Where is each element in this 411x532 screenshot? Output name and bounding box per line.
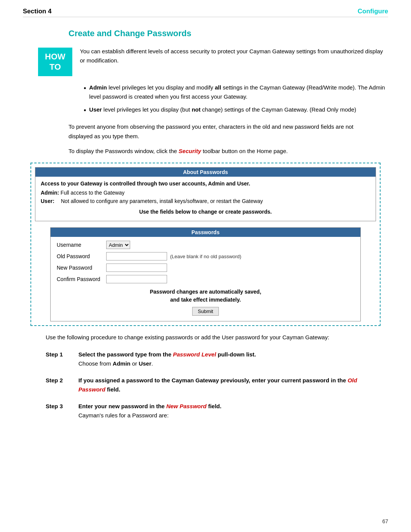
step-2-label: Step 2 <box>46 376 72 394</box>
bullet-section: • Admin level privileges let you display… <box>84 83 388 115</box>
bullet-dot-1: • <box>84 84 86 101</box>
use-fields-text: Use the fields below to change or create… <box>41 209 370 215</box>
about-passwords-body: Access to your Gateway is controlled thr… <box>35 177 376 221</box>
confirm-password-row: Confirm Password <box>57 275 354 283</box>
passwords-panel-header: Passwords <box>51 228 360 237</box>
old-password-label: Old Password <box>57 253 106 259</box>
passwords-panel-body: Username Admin User Old Password (Leave … <box>51 237 360 321</box>
step-2-content: If you assigned a password to the Cayman… <box>78 376 373 394</box>
new-password-row: New Password <box>57 264 354 272</box>
page-number: 67 <box>382 518 388 524</box>
passwords-panel: Passwords Username Admin User Old Passwo… <box>50 227 361 321</box>
confirm-password-label: Confirm Password <box>57 276 106 282</box>
username-select[interactable]: Admin User <box>106 241 130 249</box>
username-row: Username Admin User <box>57 241 354 249</box>
old-password-link: Old Password <box>78 377 357 393</box>
intro-section: HOW TO You can establish different level… <box>38 47 388 76</box>
about-passwords-panel: About Passwords Access to your Gateway i… <box>35 167 376 221</box>
old-password-hint: (Leave blank if no old password) <box>170 254 241 259</box>
bullet-text-2: User level privileges let you display (b… <box>89 105 388 115</box>
para-2: To display the Passwords window, click t… <box>68 147 373 156</box>
old-password-input[interactable] <box>106 252 167 260</box>
about-passwords-header: About Passwords <box>35 168 376 177</box>
step-3: Step 3 Enter your new password in the Ne… <box>46 402 373 420</box>
how-to-line2: TO <box>49 62 61 72</box>
para-1: To prevent anyone from observing the pas… <box>68 122 373 141</box>
user-label: User: <box>41 198 58 204</box>
bullet-item-admin: • Admin level privileges let you display… <box>84 83 388 101</box>
old-password-row: Old Password (Leave blank if no old pass… <box>57 252 354 260</box>
pw-note-line1: Password changes are automatically saved… <box>57 288 354 296</box>
new-password-link: New Password <box>166 403 207 409</box>
pw-note: Password changes are automatically saved… <box>57 288 354 304</box>
username-label: Username <box>57 242 106 248</box>
bullet-item-user: • User level privileges let you display … <box>84 105 388 115</box>
password-level-link: Password Level <box>173 351 216 358</box>
page-title: Create and Change Passwords <box>68 29 388 38</box>
new-password-input[interactable] <box>106 264 167 272</box>
header-row: Section 4 Configure <box>23 8 388 17</box>
steps-section: Step 1 Select the password type from the… <box>46 350 373 420</box>
security-link: Security <box>178 148 201 154</box>
section-label: Section 4 <box>23 8 52 15</box>
pw-note-line2: and take effect immediately. <box>57 296 354 304</box>
submit-row: Submit <box>57 307 354 316</box>
new-password-label: New Password <box>57 265 106 271</box>
step-3-content: Enter your new password in the New Passw… <box>78 402 373 420</box>
step-1-content: Select the password type from the Passwo… <box>78 350 373 368</box>
step-1: Step 1 Select the password type from the… <box>46 350 373 368</box>
step-3-label: Step 3 <box>46 402 72 420</box>
intro-text: You can establish different levels of ac… <box>80 47 388 76</box>
user-line: User: Not allowed to configure any param… <box>41 198 370 204</box>
confirm-password-input[interactable] <box>106 275 167 283</box>
follow-para: Use the following procedure to change ex… <box>46 333 373 342</box>
user-text: Not allowed to configure any parameters,… <box>61 198 263 204</box>
step-1-label: Step 1 <box>46 350 72 368</box>
bullet-text-1: Admin level privileges let you display a… <box>89 83 388 101</box>
access-line: Access to your Gateway is controlled thr… <box>41 181 370 187</box>
submit-button[interactable]: Submit <box>192 307 219 316</box>
page: Section 4 Configure Create and Change Pa… <box>0 0 411 532</box>
admin-line: Admin: Full access to the Gateway <box>41 190 370 196</box>
configure-label: Configure <box>358 8 388 15</box>
how-to-line1: HOW <box>45 52 65 62</box>
dashed-box: About Passwords Access to your Gateway i… <box>30 163 381 326</box>
step-2: Step 2 If you assigned a password to the… <box>46 376 373 394</box>
how-to-box: HOW TO <box>38 48 72 76</box>
bullet-dot-2: • <box>84 106 86 115</box>
